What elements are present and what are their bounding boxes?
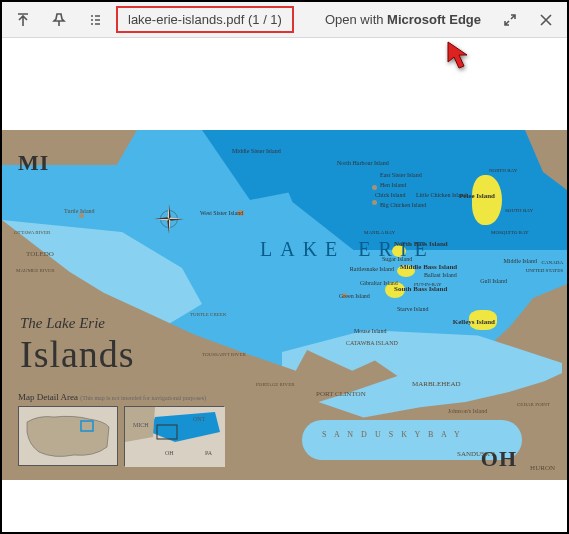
label-portage: PORTAGE RIVER xyxy=(256,382,295,387)
label-catawba: CATAWBA ISLAND xyxy=(346,340,391,346)
label-chick: Chick Island xyxy=(375,192,406,198)
label-kelleys: Kelleys Island xyxy=(453,318,495,326)
label-toussaint: TOUSSAINT RIVER xyxy=(202,352,246,357)
map-title: The Lake Erie Islands xyxy=(20,315,135,376)
label-middle-bass: Middle Bass Island xyxy=(400,263,457,271)
inset-map-region: MICH ONT OH PA xyxy=(124,406,224,466)
send-to-top-button[interactable] xyxy=(6,4,40,36)
label-mouse: Mouse Island xyxy=(354,328,387,334)
preview-toolbar: lake-erie-islands.pdf (1 / 1) Open with … xyxy=(2,2,567,38)
label-sugar: Sugar Island xyxy=(382,256,412,262)
label-toledo: TOLEDO xyxy=(26,250,54,258)
svg-text:PA: PA xyxy=(205,450,213,456)
pin-button[interactable] xyxy=(42,4,76,36)
label-canada: CANADA xyxy=(542,260,563,265)
open-with-prefix: Open with xyxy=(325,12,387,27)
label-turtle: Turtle Island xyxy=(64,208,95,214)
label-rattlesnake: Rattlesnake Island xyxy=(348,266,394,272)
document-title: lake-erie-islands.pdf (1 / 1) xyxy=(116,6,294,33)
label-west-sister: West Sister Island xyxy=(200,210,243,216)
document-preview-area: MI OH LAKE ERIE The Lake Erie Islands Ma… xyxy=(2,38,567,532)
label-manila-bay: MANILA BAY xyxy=(364,230,388,235)
detail-area-label: Map Detail Area (This map is not intende… xyxy=(18,392,206,402)
expand-button[interactable] xyxy=(493,4,527,36)
map-title-line2: Islands xyxy=(20,332,135,376)
label-ballast: Ballast Island xyxy=(424,272,457,278)
label-starve: Starve Island xyxy=(397,306,429,312)
label-middle-east: Middle Island xyxy=(504,258,538,264)
label-huron: HURON xyxy=(530,464,555,472)
label-green: Green Island xyxy=(339,293,370,299)
svg-text:MICH: MICH xyxy=(133,422,149,428)
label-hen: Hen Island xyxy=(380,182,406,188)
filename-text: lake-erie-islands.pdf xyxy=(128,12,244,27)
label-gibraltar: Gibraltar Island xyxy=(360,280,398,286)
close-button[interactable] xyxy=(529,4,563,36)
svg-text:ONT: ONT xyxy=(193,416,206,422)
label-putinbay: PUT-IN-BAY xyxy=(414,282,442,287)
label-cedar-pt: CEDAR POINT xyxy=(517,402,543,407)
label-south-bay: SOUTH BAY xyxy=(505,208,529,213)
label-big-chicken: Big Chicken Island xyxy=(380,202,426,208)
open-with-app: Microsoft Edge xyxy=(387,12,481,27)
label-johnsons: Johnson's Island xyxy=(448,408,487,414)
label-ottawa-r: OTTAWA RIVER xyxy=(14,230,42,235)
page-indicator: (1 / 1) xyxy=(248,12,282,27)
label-pelee: Pelee Island xyxy=(459,192,495,200)
label-marblehead: MARBLEHEAD xyxy=(412,380,461,388)
map-image: MI OH LAKE ERIE The Lake Erie Islands Ma… xyxy=(2,130,567,480)
label-middle-sister: Middle Sister Island xyxy=(232,148,281,154)
label-mosquito-bay: MOSQUITO BAY xyxy=(491,230,521,235)
label-port-clinton: PORT CLINTON xyxy=(316,390,366,398)
map-title-line1: The Lake Erie xyxy=(20,315,135,332)
label-north-bay: NORTH BAY xyxy=(489,168,513,173)
label-gull: Gull Island xyxy=(480,278,507,284)
open-with-button[interactable]: Open with Microsoft Edge xyxy=(315,12,491,27)
label-turtle-ck: TURTLE CREEK xyxy=(190,312,218,317)
label-sandusky: SANDUSKY xyxy=(457,450,495,458)
sandusky-bay-label: S A N D U S K Y B A Y xyxy=(322,430,463,439)
label-north-bass: North Bass Island xyxy=(394,240,448,248)
state-label-mi: MI xyxy=(18,150,49,176)
label-maumee-r: MAUMEE RIVER xyxy=(16,268,46,273)
label-usa: UNITED STATES xyxy=(526,268,563,273)
annotation-cursor-arrow xyxy=(444,40,478,82)
label-east-sister: East Sister Island xyxy=(380,172,422,178)
label-north-harbour: North Harbour Island xyxy=(337,160,389,166)
svg-text:OH: OH xyxy=(165,450,174,456)
compass-rose-icon xyxy=(152,202,186,236)
inset-map-usa xyxy=(18,406,118,466)
outline-button[interactable] xyxy=(78,4,112,36)
